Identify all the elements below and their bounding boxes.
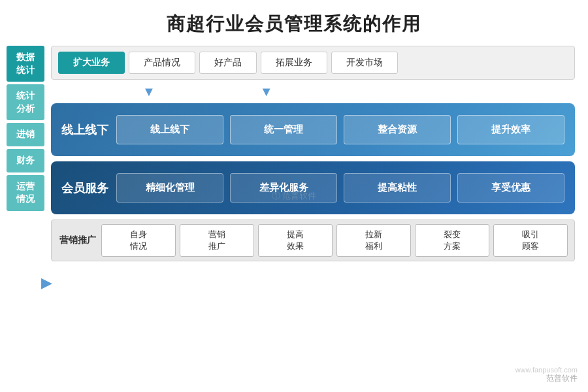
bottom-item-0: 自身情况 (101, 224, 176, 257)
arrows-row: ▼ ▼ (51, 85, 575, 98)
sidebar: 数据统计 统计分析 进销 财务 运营情况 (7, 46, 44, 261)
blue-item-3: 提升效率 (457, 115, 564, 144)
blue-item-2: 整合资源 (344, 115, 451, 144)
tab-2[interactable]: 好产品 (199, 52, 257, 74)
tab-3[interactable]: 拓展业务 (261, 52, 327, 74)
dark-item-0: 精细化管理 (116, 173, 223, 203)
bottom-item-2: 提高效果 (258, 224, 333, 257)
sidebar-item-4[interactable]: 运营情况 (7, 175, 44, 211)
page-title: 商超行业会员管理系统的作用 (0, 0, 588, 46)
dark-blue-section: 会员服务 精细化管理 差异化服务 提高粘性 享受优惠 (51, 161, 575, 214)
sidebar-arrow-right: ▶ (41, 274, 52, 291)
dark-item-2: 提高粘性 (344, 173, 451, 203)
dark-item-3: 享受优惠 (457, 173, 564, 203)
bottom-item-4: 裂变方案 (415, 224, 489, 257)
arrow-down-2: ▼ (260, 84, 273, 99)
bottom-row: 营销推广 自身情况 营销推广 提高效果 拉新福利 裂变方案 吸引顾客 (51, 220, 575, 261)
content-area: 扩大业务 产品情况 好产品 拓展业务 开发市场 ▼ ▼ 线上线下 线上线下 统一… (51, 46, 575, 261)
blue-section-label: 线上线下 (61, 122, 108, 138)
top-tabs-row: 扩大业务 产品情况 好产品 拓展业务 开发市场 (51, 46, 575, 80)
dark-item-1: 差异化服务 (230, 173, 337, 203)
dark-section-items: 精细化管理 差异化服务 提高粘性 享受优惠 (116, 173, 564, 203)
sidebar-item-0[interactable]: 数据统计 (7, 46, 44, 82)
blue-section: 线上线下 线上线下 统一管理 整合资源 提升效率 (51, 103, 575, 156)
dark-section-label: 会员服务 (61, 180, 108, 196)
watermark-name: 范普软件 (546, 373, 578, 384)
tab-4[interactable]: 开发市场 (331, 52, 398, 74)
sidebar-item-1[interactable]: 统计分析 (7, 84, 44, 120)
blue-item-1: 统一管理 (230, 115, 337, 144)
sidebar-item-3[interactable]: 财务 (7, 149, 44, 172)
bottom-label: 营销推广 (58, 235, 97, 246)
bottom-item-1: 营销推广 (180, 224, 254, 257)
blue-section-items: 线上线下 统一管理 整合资源 提升效率 (116, 115, 564, 144)
tab-0[interactable]: 扩大业务 (58, 52, 125, 74)
tab-1[interactable]: 产品情况 (129, 52, 195, 74)
bottom-item-5: 吸引顾客 (493, 224, 568, 257)
bottom-item-3: 拉新福利 (336, 224, 411, 257)
sidebar-item-2[interactable]: 进销 (7, 123, 44, 146)
arrow-down-1: ▼ (142, 84, 155, 99)
blue-item-0: 线上线下 (116, 115, 223, 144)
